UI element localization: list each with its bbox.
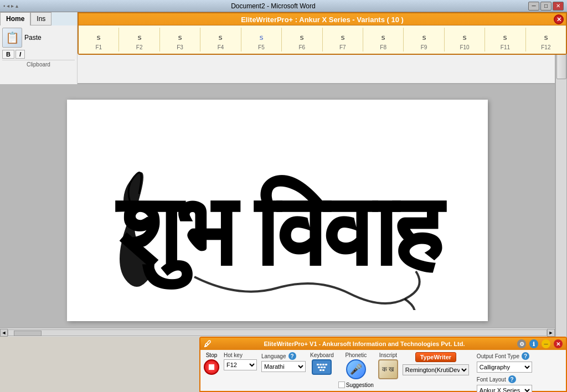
- paste-label: Paste: [24, 34, 42, 42]
- elite-toolbar: EliteWriterPro+ : Ankur X Series - Varia…: [78, 12, 567, 55]
- language-label: Language: [261, 353, 286, 359]
- inscript-section: Inscript क ख: [378, 352, 398, 379]
- close-button[interactable]: ✕: [553, 2, 564, 11]
- variant-f3[interactable]: ₛ F3: [160, 28, 200, 51]
- close-panel-button[interactable]: ✕: [554, 339, 563, 348]
- language-section: Language ? Marathi Hindi Sanskrit: [261, 352, 306, 372]
- variant-f11[interactable]: ₛ F11: [485, 28, 525, 51]
- variant-f9[interactable]: ₛ F9: [404, 28, 444, 51]
- document-area: शुभ विवाह: [0, 84, 555, 337]
- phonetic-label: Phonetic: [345, 352, 367, 358]
- document-svg: शुभ विवाह: [84, 111, 471, 310]
- stop-button[interactable]: ⏹: [204, 359, 219, 375]
- stop-section: Stop ⏹: [204, 352, 219, 375]
- paste-icon: 📋: [2, 28, 22, 48]
- phonetic-icon[interactable]: 🎤: [346, 359, 366, 379]
- h-scroll-track[interactable]: [8, 329, 547, 336]
- suggestion-label: Suggestion: [346, 382, 374, 388]
- scroll-left-button[interactable]: ◄: [0, 329, 8, 337]
- gear-icon[interactable]: ⚙: [517, 339, 526, 348]
- suggestion-checkbox[interactable]: [338, 381, 345, 388]
- clipboard-section: 📋 Paste B I Clipboard: [0, 25, 77, 70]
- bottom-controls: Stop ⏹ Hot key F12 F11 F10 Language ?: [200, 350, 566, 392]
- keyboard-section: Keyboard: [310, 352, 334, 375]
- inscript-icon[interactable]: क ख: [378, 359, 398, 379]
- bold-button[interactable]: B: [2, 50, 14, 59]
- phonetic-section: Phonetic 🎤 Suggestion: [338, 352, 374, 388]
- title-bar: ▪ ◂ ▸ ▴ Document2 - Microsoft Word ─ □ ✕: [0, 0, 567, 12]
- minimize-panel-button[interactable]: ─: [542, 339, 550, 348]
- keyboard-label: Keyboard: [310, 352, 334, 358]
- language-select[interactable]: Marathi Hindi Sanskrit: [261, 361, 306, 372]
- italic-button[interactable]: I: [16, 50, 25, 59]
- bottom-elite-panel: 🖊 EliteWriterPro+ V1 - Ankursoft Informa…: [199, 337, 567, 392]
- ribbon-left: Home Ins 📋 Paste B I Clipboard: [0, 12, 78, 84]
- font-layout-label: Font Layout: [477, 376, 506, 383]
- suggestion-row: Suggestion: [338, 381, 374, 388]
- h-scroll-thumb[interactable]: [14, 331, 42, 336]
- paste-button[interactable]: 📋 Paste: [2, 28, 75, 48]
- output-help-icon[interactable]: ?: [522, 352, 529, 360]
- elite-toolbar-title: EliteWriterPro+ : Ankur X Series - Varia…: [79, 13, 566, 25]
- hindi-text: शुभ विवाह: [115, 175, 447, 290]
- document-page: शुभ विवाह: [67, 100, 488, 321]
- main-content: Home Ins 📋 Paste B I Clipboard EliteWrit…: [0, 12, 567, 392]
- horizontal-scrollbar: ◄ ►: [0, 328, 555, 337]
- variants-row: ₛ F1 ₛ F2 ₛ F3 ₛ F4 ₛ F5: [79, 25, 566, 54]
- maximize-button[interactable]: □: [540, 2, 551, 11]
- info-icon[interactable]: ℹ: [529, 339, 538, 348]
- output-font-label: Output Font Type: [477, 353, 519, 359]
- variant-f7[interactable]: ₛ F7: [323, 28, 363, 51]
- clipboard-label: Clipboard: [2, 60, 75, 68]
- scroll-right-button[interactable]: ►: [547, 329, 555, 337]
- format-buttons: B I: [2, 50, 75, 59]
- variant-f6[interactable]: ₛ F6: [282, 28, 322, 51]
- font-layout-select[interactable]: Ankur X Series Ankur Y Series: [477, 385, 532, 392]
- keyboard-icon[interactable]: [312, 359, 332, 375]
- variant-f8[interactable]: ₛ F8: [363, 28, 404, 51]
- variant-f10[interactable]: ₛ F10: [445, 28, 485, 51]
- tab-home[interactable]: Home: [0, 12, 30, 25]
- stop-label: Stop: [206, 352, 218, 358]
- window-controls: ─ □ ✕: [528, 2, 564, 11]
- inscript-label: Inscript: [379, 352, 397, 358]
- output-section: Output Font Type ? Calligraphy Normal Bo…: [477, 352, 563, 392]
- ribbon: Home Ins 📋 Paste B I Clipboard EliteWrit…: [0, 12, 567, 84]
- hotkey-select[interactable]: F12 F11 F10: [224, 359, 257, 370]
- minimize-button[interactable]: ─: [528, 2, 539, 11]
- language-row: Language ?: [261, 352, 306, 360]
- font-layout-help-icon[interactable]: ?: [508, 375, 516, 383]
- language-help-icon[interactable]: ?: [288, 352, 296, 360]
- window-title: Document2 - Microsoft Word: [18, 2, 528, 10]
- scroll-track[interactable]: [555, 34, 567, 339]
- variant-f2[interactable]: ₛ F2: [119, 28, 159, 51]
- variant-f12[interactable]: ₛ F12: [526, 28, 566, 51]
- hotkey-label: Hot key: [224, 352, 257, 358]
- bottom-panel-titlebar: 🖊 EliteWriterPro+ V1 - Ankursoft Informa…: [200, 338, 566, 350]
- font-layout-row: Font Layout ?: [477, 375, 563, 383]
- right-scrollbar: ▲ ▼: [555, 24, 567, 349]
- output-font-row: Output Font Type ?: [477, 352, 563, 360]
- hotkey-section: Hot key F12 F11 F10: [224, 352, 257, 370]
- typewriter-button[interactable]: TypeWriter: [415, 352, 456, 362]
- variant-f4[interactable]: ₛ F4: [200, 28, 241, 51]
- typewriter-section: TypeWriter Remington(KrutiDev) Remington…: [403, 352, 469, 375]
- variant-f1[interactable]: ₛ F1: [79, 28, 119, 51]
- bottom-panel-title-text: EliteWriterPro+ V1 - Ankursoft Informati…: [215, 341, 514, 347]
- tab-insert[interactable]: Ins: [30, 12, 51, 25]
- elite-toolbar-close[interactable]: ✕: [554, 14, 564, 24]
- variant-f5[interactable]: ₛ F5: [241, 28, 282, 51]
- ribbon-tabs: Home Ins: [0, 12, 77, 25]
- remington-select[interactable]: Remington(KrutiDev) Remington(Mangal): [403, 364, 469, 375]
- output-font-select[interactable]: Calligraphy Normal Bold: [477, 362, 532, 373]
